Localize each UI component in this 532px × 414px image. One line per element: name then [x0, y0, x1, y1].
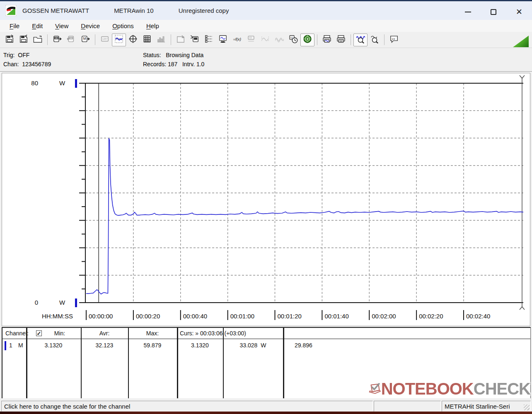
- window-controls: ✕: [455, 2, 532, 21]
- xy-scope-view-button[interactable]: [126, 34, 140, 46]
- pc-monitor-button[interactable]: [216, 34, 230, 46]
- app-logo-icon: [5, 5, 17, 16]
- y-max-label: 80: [31, 79, 38, 87]
- toolbar-separator: [171, 34, 171, 45]
- title-bar: GOSSEN METRAWATT METRAwin 10 Unregistere…: [0, 0, 532, 20]
- trend-icon: [114, 34, 123, 45]
- minimize-icon: [465, 12, 471, 12]
- resize-grip[interactable]: [524, 404, 530, 410]
- row-channel-number[interactable]: 1: [9, 342, 12, 349]
- menu-bar: FileEditViewDeviceOptionsHelp: [0, 20, 532, 32]
- printer-icon: [336, 34, 346, 45]
- menu-item-view[interactable]: View: [51, 21, 73, 31]
- store-to-device-button[interactable]: [188, 34, 202, 46]
- svg-text:M: M: [83, 37, 86, 41]
- row-delta-value: 29.896: [295, 342, 312, 349]
- status-info: Status: Browsing Data: [143, 52, 203, 58]
- table-header-channel: Channel:: [5, 330, 29, 337]
- svg-text:=f(x): =f(x): [233, 37, 241, 41]
- export-data-button: [174, 34, 188, 46]
- time-settings-button[interactable]: 12: [286, 34, 300, 46]
- small-display-button: 321: [244, 34, 258, 46]
- license-status: Unregistered copy: [179, 7, 229, 14]
- x-tick-mark: [416, 310, 417, 320]
- x-tick-label: 00:01:20: [278, 313, 302, 320]
- x-tick-label: 00:02:00: [372, 313, 396, 320]
- table-view-button[interactable]: [140, 34, 154, 46]
- x-tick-label: 00:02:40: [466, 313, 490, 320]
- zoom-wave-icon: [356, 34, 365, 45]
- statusbar-hint-panel[interactable]: Click here to change the scale for the c…: [1, 401, 373, 412]
- disk-export-icon: [176, 34, 185, 45]
- minimize-button[interactable]: [455, 2, 481, 21]
- numeric-display-view-button: 1257: [98, 34, 112, 46]
- x-tick-mark: [463, 310, 464, 320]
- close-icon: ✕: [516, 8, 522, 16]
- y-scale-top-marker[interactable]: [75, 79, 77, 88]
- row-channel-mode: M: [18, 342, 23, 349]
- maximize-icon: [491, 9, 496, 15]
- trend-chart[interactable]: 800WWHH:MM:SS00:00:0000:00:2000:00:4000:…: [2, 73, 530, 326]
- save-file-button[interactable]: [17, 34, 31, 46]
- formula-function-button[interactable]: =f(x): [230, 34, 244, 46]
- zoom-curve-in-button[interactable]: [353, 34, 368, 46]
- statusbar-hint-text: Click here to change the scale for the c…: [4, 403, 130, 410]
- x-tick-label: 00:02:20: [419, 313, 443, 320]
- digits-icon: 1257: [100, 34, 109, 45]
- brand-title: GOSSEN METRAWATT: [22, 7, 89, 14]
- table-header-avr: Avr:: [81, 330, 128, 337]
- live-record-target-button[interactable]: [300, 34, 314, 46]
- digits-small-icon: 321: [247, 34, 256, 45]
- channel-color-marker: [5, 341, 6, 350]
- x-tick-label: 00:00:00: [89, 313, 113, 320]
- x-tick-mark: [369, 310, 370, 320]
- toolbar-separator: [317, 34, 317, 45]
- annotations-button[interactable]: 1/2: [387, 34, 401, 46]
- maximize-button[interactable]: [481, 2, 506, 21]
- folder-icon: [33, 34, 42, 45]
- wave-seg-icon: [261, 34, 270, 45]
- row-min-value: 3.1320: [26, 342, 81, 349]
- read-device-button[interactable]: 321: [50, 34, 64, 46]
- config-list-icon: [204, 34, 213, 45]
- status-bar: Click here to change the scale for the c…: [0, 400, 532, 412]
- toolbar: 321321M1257=f(x)321121/2: [0, 32, 532, 48]
- open-folder-button[interactable]: [31, 34, 45, 46]
- trend-chart-view-button[interactable]: [112, 34, 126, 46]
- printer-wave-icon: [322, 34, 331, 45]
- wave-segment-button: [258, 34, 272, 46]
- menu-item-options[interactable]: Options: [108, 21, 138, 31]
- x-tick-mark: [133, 310, 134, 320]
- row-cursor1-value: 3.1320: [177, 342, 223, 349]
- menu-item-device[interactable]: Device: [76, 21, 104, 31]
- device-memory-button[interactable]: M: [78, 34, 92, 46]
- row-avr-value: 32.123: [81, 342, 128, 349]
- trend-chart-panel[interactable]: 800WWHH:MM:SS00:00:0000:00:2000:00:4000:…: [2, 73, 530, 326]
- table-header-cursor: Curs: » 00:03:06 (+03:00): [180, 330, 246, 337]
- floppy-out-icon: [5, 34, 14, 45]
- zoom-curve-out-button[interactable]: [368, 34, 382, 46]
- desktop-edge: [0, 412, 532, 414]
- toolbar-separator: [47, 34, 48, 45]
- x-tick-label: 00:00:40: [183, 313, 207, 320]
- svg-text:321: 321: [70, 37, 73, 39]
- print-button[interactable]: [334, 34, 348, 46]
- fx-icon: =f(x): [232, 34, 242, 45]
- channel-values-table[interactable]: Channel:✓Min:Avr:Max:Curs: » 00:03:06 (+…: [2, 327, 531, 398]
- menu-item-help[interactable]: Help: [142, 21, 164, 31]
- close-button[interactable]: ✕: [506, 2, 532, 21]
- device-settings-button[interactable]: [202, 34, 216, 46]
- print-preview-button[interactable]: [320, 34, 334, 46]
- channel-1-trace[interactable]: [86, 138, 523, 294]
- x-axis-format-label: HH:MM:SS: [42, 313, 73, 320]
- toolbar-separator: [351, 34, 351, 45]
- load-file-button[interactable]: [2, 34, 17, 46]
- menu-item-edit[interactable]: Edit: [27, 21, 47, 31]
- histogram-icon: [157, 34, 166, 45]
- wave-multi-icon: [275, 34, 284, 45]
- table-header-min: Min:: [26, 330, 81, 337]
- menu-item-file[interactable]: File: [5, 21, 24, 31]
- channel-info: Chan: 123456789: [3, 61, 51, 67]
- scope-icon: [128, 34, 138, 45]
- y-scale-bottom-marker[interactable]: [75, 298, 77, 307]
